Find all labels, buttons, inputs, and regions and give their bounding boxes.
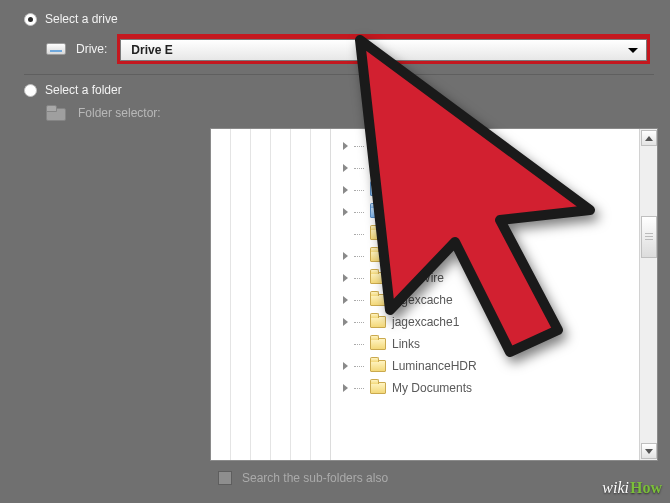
select-drive-label: Select a drive [45, 12, 118, 26]
tree-item-label: Downloads [392, 183, 451, 197]
tree-item[interactable]: Links [339, 333, 639, 355]
tree-item-label: jagexcache1 [392, 315, 459, 329]
tree-connector-icon [354, 300, 364, 301]
subfolders-label: Search the sub-folders also [242, 471, 388, 485]
folder-icon [370, 250, 386, 262]
tree-item-label: dathoped [392, 139, 442, 153]
folder-icon [370, 316, 386, 328]
tree-item-label: Dropbox [392, 205, 437, 219]
tree-connector-icon [354, 366, 364, 367]
expand-icon[interactable] [343, 186, 348, 194]
folder-selector-icon [46, 105, 68, 121]
tree-item-label: Links [392, 337, 420, 351]
tree-connector-icon [354, 322, 364, 323]
tree-item-label: FrostWire [392, 271, 444, 285]
expand-icon[interactable] [343, 384, 348, 392]
triangle-down-icon [645, 449, 653, 454]
folder-icon [370, 206, 386, 218]
tree-item[interactable]: jagexcache1 [339, 311, 639, 333]
tree-item[interactable]: Downloads [339, 179, 639, 201]
tree-connector-icon [354, 256, 364, 257]
tree-item[interactable]: My Documents [339, 377, 639, 399]
tree-item[interactable]: dathoped [339, 135, 639, 157]
expand-icon[interactable] [343, 274, 348, 282]
drive-icon [46, 41, 66, 57]
tree-connector-icon [354, 212, 364, 213]
tree-ruler [211, 129, 331, 460]
folder-tree-panel: dathopedDesktopDownloadsDropboxdwhelperF… [210, 128, 658, 461]
tree-connector-icon [354, 278, 364, 279]
tree-connector-icon [354, 190, 364, 191]
chevron-down-icon [628, 48, 638, 53]
tree-item-label: dwhelper [392, 227, 441, 241]
tree-item[interactable]: Favorites [339, 245, 639, 267]
tree-connector-icon [354, 344, 364, 345]
folder-icon [370, 360, 386, 372]
tree-connector-icon [354, 168, 364, 169]
folder-icon [370, 338, 386, 350]
tree-item[interactable]: Dropbox [339, 201, 639, 223]
subfolders-checkbox[interactable] [218, 471, 232, 485]
scroll-thumb[interactable] [641, 216, 657, 258]
expand-icon[interactable] [343, 164, 348, 172]
select-drive-radio-row[interactable]: Select a drive [24, 12, 654, 26]
triangle-up-icon [645, 136, 653, 141]
drive-dropdown-highlight: Drive E [117, 34, 650, 64]
folder-icon [370, 184, 386, 196]
radio-on-icon [24, 13, 37, 26]
expand-icon[interactable] [343, 142, 348, 150]
folder-icon [370, 140, 386, 152]
expand-icon[interactable] [343, 296, 348, 304]
expand-icon[interactable] [343, 252, 348, 260]
tree-item[interactable]: jagexcache [339, 289, 639, 311]
expand-icon[interactable] [343, 362, 348, 370]
scroll-up-button[interactable] [641, 130, 657, 146]
folder-icon [370, 162, 386, 174]
tree-item-label: Desktop [392, 161, 436, 175]
folder-selector-label: Folder selector: [78, 106, 161, 120]
folder-tree[interactable]: dathopedDesktopDownloadsDropboxdwhelperF… [331, 129, 639, 460]
tree-item-label: LuminanceHDR [392, 359, 477, 373]
tree-item[interactable]: dwhelper [339, 223, 639, 245]
folder-icon [370, 272, 386, 284]
tree-connector-icon [354, 234, 364, 235]
tree-connector-icon [354, 388, 364, 389]
drive-dropdown[interactable]: Drive E [120, 39, 647, 61]
watermark: wikiHow [602, 479, 662, 497]
folder-icon [370, 228, 386, 240]
tree-item-label: My Documents [392, 381, 472, 395]
tree-item-label: Favorites [392, 249, 441, 263]
select-folder-label: Select a folder [45, 83, 122, 97]
tree-item[interactable]: FrostWire [339, 267, 639, 289]
expand-icon[interactable] [343, 208, 348, 216]
drive-field-label: Drive: [76, 42, 107, 56]
select-folder-radio-row[interactable]: Select a folder [24, 83, 654, 97]
folder-icon [370, 294, 386, 306]
expand-icon[interactable] [343, 318, 348, 326]
folder-icon [370, 382, 386, 394]
tree-connector-icon [354, 146, 364, 147]
drive-dropdown-value: Drive E [131, 43, 172, 57]
radio-off-icon [24, 84, 37, 97]
scroll-track[interactable] [640, 147, 657, 442]
vertical-scrollbar[interactable] [639, 129, 657, 460]
divider [24, 74, 654, 75]
tree-item[interactable]: Desktop [339, 157, 639, 179]
scroll-down-button[interactable] [641, 443, 657, 459]
tree-item-label: jagexcache [392, 293, 453, 307]
tree-item[interactable]: LuminanceHDR [339, 355, 639, 377]
